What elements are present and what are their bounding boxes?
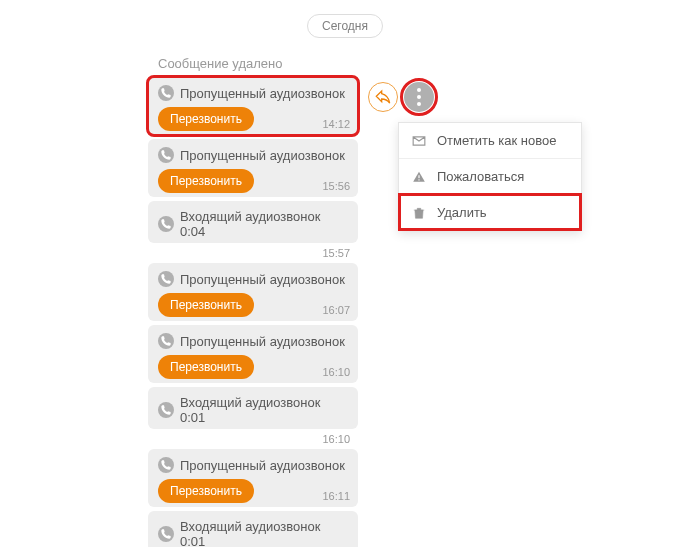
message-actions <box>368 82 434 112</box>
call-title: Входящий аудиозвонок 0:01 <box>180 395 348 425</box>
menu-item-delete[interactable]: Удалить <box>399 194 581 230</box>
call-title: Пропущенный аудиозвонок <box>180 148 345 163</box>
call-title: Входящий аудиозвонок 0:04 <box>180 209 348 239</box>
svg-point-0 <box>158 85 174 101</box>
phone-icon <box>158 85 174 101</box>
call-bubble[interactable]: Входящий аудиозвонок 0:01 <box>148 387 358 429</box>
svg-point-4 <box>158 333 174 349</box>
dots-icon <box>417 102 421 106</box>
messages-column: Сообщение удалено Пропущенный аудиозвоно… <box>148 50 358 547</box>
deleted-message: Сообщение удалено <box>148 50 358 77</box>
call-time: 15:57 <box>148 247 358 259</box>
phone-icon <box>158 147 174 163</box>
envelope-icon <box>411 134 427 148</box>
callback-button[interactable]: Перезвонить <box>158 169 254 193</box>
reply-icon <box>375 89 391 105</box>
svg-point-5 <box>158 402 174 418</box>
menu-item-report[interactable]: Пожаловаться <box>399 158 581 194</box>
callback-button[interactable]: Перезвонить <box>158 355 254 379</box>
call-title: Входящий аудиозвонок 0:01 <box>180 519 348 547</box>
call-bubble[interactable]: Входящий аудиозвонок 0:01 <box>148 511 358 547</box>
svg-point-7 <box>158 526 174 542</box>
call-title: Пропущенный аудиозвонок <box>180 334 345 349</box>
svg-point-6 <box>158 457 174 473</box>
call-time: 15:56 <box>322 180 350 192</box>
call-bubble[interactable]: Пропущенный аудиозвонок Перезвонить 16:1… <box>148 325 358 383</box>
date-pill: Сегодня <box>307 14 383 38</box>
callback-button[interactable]: Перезвонить <box>158 293 254 317</box>
warning-icon <box>411 170 427 184</box>
call-title: Пропущенный аудиозвонок <box>180 458 345 473</box>
phone-icon <box>158 402 174 418</box>
call-time: 14:12 <box>322 118 350 130</box>
reply-button[interactable] <box>368 82 398 112</box>
call-time: 16:10 <box>322 366 350 378</box>
call-bubble[interactable]: Пропущенный аудиозвонок Перезвонить 14:1… <box>148 77 358 135</box>
call-bubble[interactable]: Пропущенный аудиозвонок Перезвонить 16:1… <box>148 449 358 507</box>
phone-icon <box>158 216 174 232</box>
call-bubble[interactable]: Пропущенный аудиозвонок Перезвонить 15:5… <box>148 139 358 197</box>
more-button[interactable] <box>404 82 434 112</box>
svg-point-3 <box>158 271 174 287</box>
trash-icon <box>411 206 427 220</box>
svg-point-1 <box>158 147 174 163</box>
call-title: Пропущенный аудиозвонок <box>180 86 345 101</box>
context-menu: Отметить как новое Пожаловаться Удалить <box>398 122 582 231</box>
phone-icon <box>158 457 174 473</box>
callback-button[interactable]: Перезвонить <box>158 479 254 503</box>
callback-button[interactable]: Перезвонить <box>158 107 254 131</box>
svg-rect-8 <box>418 175 419 178</box>
menu-item-mark-new[interactable]: Отметить как новое <box>399 123 581 158</box>
menu-item-label: Удалить <box>437 205 487 220</box>
menu-item-label: Пожаловаться <box>437 169 524 184</box>
phone-icon <box>158 271 174 287</box>
call-time: 16:10 <box>148 433 358 445</box>
call-time: 16:11 <box>322 490 350 502</box>
dots-icon <box>417 88 421 92</box>
phone-icon <box>158 526 174 542</box>
phone-icon <box>158 333 174 349</box>
call-bubble[interactable]: Пропущенный аудиозвонок Перезвонить 16:0… <box>148 263 358 321</box>
call-title: Пропущенный аудиозвонок <box>180 272 345 287</box>
svg-point-2 <box>158 216 174 232</box>
dots-icon <box>417 95 421 99</box>
svg-rect-9 <box>418 179 419 180</box>
call-time: 16:07 <box>322 304 350 316</box>
menu-item-label: Отметить как новое <box>437 133 557 148</box>
call-bubble[interactable]: Входящий аудиозвонок 0:04 <box>148 201 358 243</box>
